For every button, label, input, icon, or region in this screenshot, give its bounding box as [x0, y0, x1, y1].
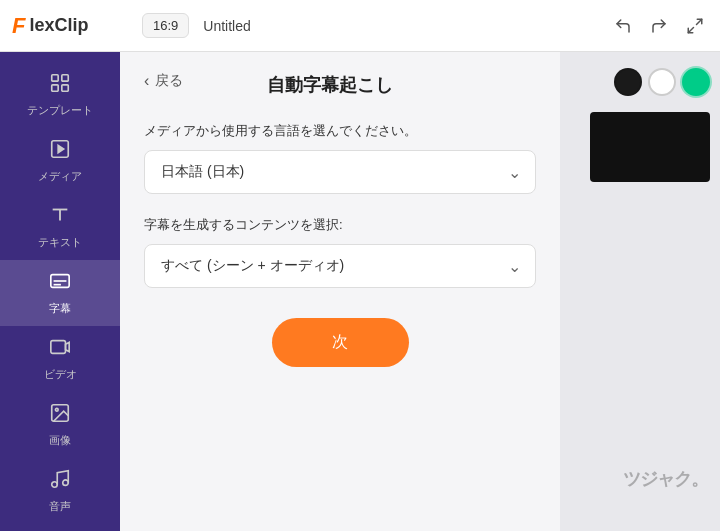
media-icon — [49, 138, 71, 165]
template-icon — [49, 72, 71, 99]
language-value: 日本語 (日本) — [161, 163, 244, 179]
sidebar-label-audio: 音声 — [49, 499, 71, 514]
undo-button[interactable] — [610, 13, 636, 39]
right-panel: ツジャク。 — [560, 52, 720, 531]
back-link[interactable]: ‹ 戻る — [144, 72, 183, 90]
content-chevron-icon: ⌄ — [508, 257, 521, 276]
audio-icon — [49, 468, 71, 495]
sidebar-item-media[interactable]: メディア — [0, 128, 120, 194]
sidebar: テンプレート メディア テキスト — [0, 52, 120, 531]
panel-title: 自動字幕起こし — [183, 73, 476, 97]
back-label: 戻る — [155, 72, 183, 90]
panel-title-row: ‹ 戻る 自動字幕起こし — [144, 72, 536, 98]
image-icon — [49, 402, 71, 429]
watermark-text: ツジャク。 — [623, 467, 708, 491]
sidebar-item-subtitle[interactable]: 字幕 — [0, 260, 120, 326]
app-logo: F lexClip — [12, 13, 132, 39]
svg-line-1 — [688, 27, 693, 32]
sidebar-item-image[interactable]: 画像 — [0, 392, 120, 458]
sidebar-label-template: テンプレート — [27, 103, 93, 118]
sidebar-label-subtitle: 字幕 — [49, 301, 71, 316]
redo-button[interactable] — [646, 13, 672, 39]
sidebar-label-media: メディア — [38, 169, 82, 184]
svg-rect-5 — [62, 85, 68, 91]
language-select[interactable]: 日本語 (日本) ⌄ — [144, 150, 536, 194]
svg-rect-3 — [62, 75, 68, 81]
text-icon — [49, 204, 71, 231]
svg-marker-14 — [66, 342, 70, 351]
sidebar-label-text: テキスト — [38, 235, 82, 250]
content-select[interactable]: すべて (シーン + オーディオ) ⌄ — [144, 244, 536, 288]
language-section: メディアから使用する言語を選んでください。 日本語 (日本) ⌄ — [144, 122, 536, 194]
next-btn-container: 次 — [144, 318, 536, 367]
back-arrow-icon: ‹ — [144, 72, 149, 90]
aspect-ratio-button[interactable]: 16:9 — [142, 13, 189, 38]
center-panel: ‹ 戻る 自動字幕起こし メディアから使用する言語を選んでください。 日本語 (… — [120, 52, 560, 531]
logo-f: F — [12, 13, 25, 39]
video-icon — [49, 336, 71, 363]
next-button[interactable]: 次 — [272, 318, 409, 367]
project-title: Untitled — [203, 18, 250, 34]
fullscreen-button[interactable] — [682, 13, 708, 39]
svg-rect-13 — [51, 341, 66, 354]
language-label: メディアから使用する言語を選んでください。 — [144, 122, 536, 140]
content-section: 字幕を生成するコンテンツを選択: すべて (シーン + オーディオ) ⌄ — [144, 216, 536, 288]
content-label: 字幕を生成するコンテンツを選択: — [144, 216, 536, 234]
preview-canvas — [590, 112, 710, 182]
topbar: F lexClip 16:9 Untitled — [0, 0, 720, 52]
language-chevron-icon: ⌄ — [508, 163, 521, 182]
sidebar-item-template[interactable]: テンプレート — [0, 62, 120, 128]
black-color-circle[interactable] — [614, 68, 642, 96]
svg-line-0 — [697, 19, 702, 24]
svg-marker-7 — [58, 145, 64, 152]
svg-rect-4 — [52, 85, 58, 91]
sidebar-label-video: ビデオ — [44, 367, 77, 382]
sidebar-item-text[interactable]: テキスト — [0, 194, 120, 260]
subtitle-icon — [49, 270, 71, 297]
svg-point-17 — [52, 482, 58, 488]
color-circles — [614, 68, 710, 96]
logo-rest: lexClip — [29, 15, 88, 36]
main-area: テンプレート メディア テキスト — [0, 52, 720, 531]
svg-point-18 — [63, 480, 69, 486]
svg-point-16 — [55, 408, 58, 411]
topbar-icons — [610, 13, 708, 39]
green-color-circle[interactable] — [682, 68, 710, 96]
sidebar-label-image: 画像 — [49, 433, 71, 448]
sidebar-item-video[interactable]: ビデオ — [0, 326, 120, 392]
white-color-circle[interactable] — [648, 68, 676, 96]
svg-rect-2 — [52, 75, 58, 81]
sidebar-item-audio[interactable]: 音声 — [0, 458, 120, 524]
content-value: すべて (シーン + オーディオ) — [161, 257, 344, 273]
